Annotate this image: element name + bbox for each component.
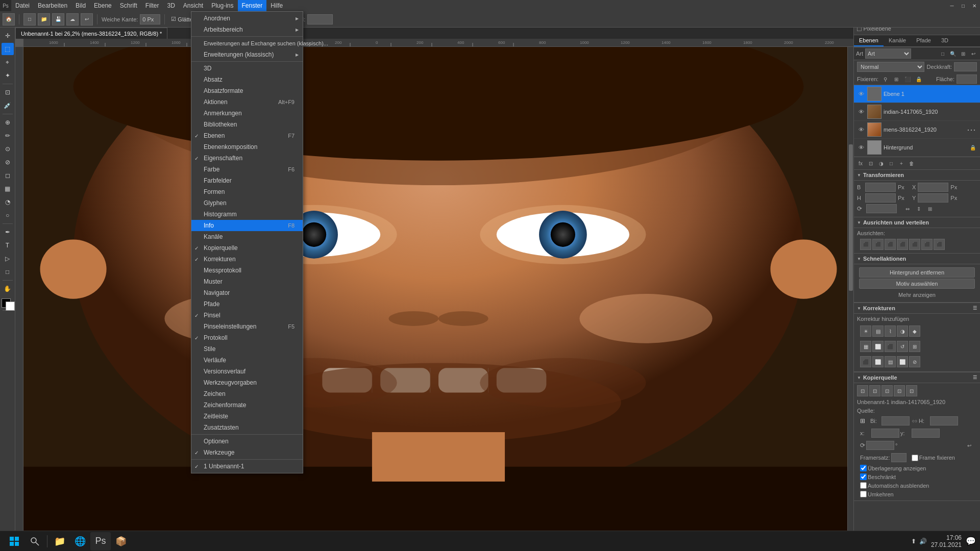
menu-datei[interactable]: Datei: [11, 0, 34, 11]
lock-transparent-icon[interactable]: ⚲: [880, 74, 890, 84]
taskbar-start[interactable]: [4, 532, 24, 550]
corr-posterize-icon[interactable]: ⬛: [860, 356, 871, 367]
kopier-reset-icon[interactable]: ↩: [965, 441, 974, 450]
lock-all-icon[interactable]: 🔒: [914, 74, 923, 84]
menu-arbeitsbereich[interactable]: Arbeitsbereich: [191, 24, 303, 35]
menu-glyphen[interactable]: Glyphen: [191, 197, 303, 209]
kopier-frame-input[interactable]: 0: [891, 453, 906, 462]
layer-item-mens[interactable]: 👁 mens-3816224_1920 ⋯: [854, 121, 980, 139]
menu-fenster[interactable]: Fenster: [238, 0, 267, 11]
menu-histogramm[interactable]: Histogramm: [191, 209, 303, 220]
menu-eigenschaften[interactable]: ✓ Eigenschaften: [191, 153, 303, 164]
transformieren-header[interactable]: ▼ Transformieren: [854, 170, 980, 181]
menu-anordnen[interactable]: Anordnen: [191, 13, 303, 24]
menu-ebene[interactable]: Ebene: [90, 0, 116, 11]
tool-dodge[interactable]: ○: [2, 209, 14, 221]
menu-zeichen[interactable]: Zeichen: [191, 388, 303, 399]
menu-werkzeugvorgaben[interactable]: Werkzeugvorgaben: [191, 377, 303, 388]
menu-zusatztasten[interactable]: Zusatztasten: [191, 422, 303, 433]
tool-shape[interactable]: □: [2, 266, 14, 278]
menu-versionsverlauf[interactable]: Versionsverlauf: [191, 366, 303, 377]
align-bottom-btn[interactable]: ⬛: [921, 239, 933, 250]
menu-ansicht[interactable]: Ansicht: [179, 0, 207, 11]
menu-unbenannt1[interactable]: ✓ 1 Unbenannt-1: [191, 461, 303, 472]
corr-exposure-icon[interactable]: ◑: [897, 325, 908, 337]
transform-extra-icon[interactable]: ⊞: [925, 204, 935, 213]
hintergrund-entfernen-btn[interactable]: Hintergrund entfernen: [859, 267, 975, 278]
taskbar-search[interactable]: [24, 532, 45, 550]
kopier-umkehren-checkbox[interactable]: [860, 491, 867, 497]
menu-bearbeiten[interactable]: Bearbeiten: [34, 0, 71, 11]
corr-gradient-map-icon[interactable]: ▤: [885, 356, 896, 367]
menu-3d[interactable]: 3D: [191, 63, 303, 74]
tool-marquee[interactable]: ⬚: [2, 43, 14, 55]
window-minimize-btn[interactable]: ─: [946, 0, 958, 11]
corr-hsl-icon[interactable]: ▦: [860, 341, 871, 352]
home-btn[interactable]: 🏠: [3, 13, 15, 26]
tool-eraser[interactable]: ◻: [2, 169, 14, 182]
tool-clone[interactable]: ⊙: [2, 143, 14, 155]
tool-move[interactable]: ✛: [2, 30, 14, 42]
corr-curves-icon[interactable]: ⌇: [885, 325, 896, 337]
corr-colorbalance-icon[interactable]: ⬜: [872, 341, 884, 352]
align-center-h-btn[interactable]: ⬛: [872, 239, 884, 250]
layer-adjustment-icon[interactable]: ◑: [876, 159, 886, 168]
corr-invert-icon[interactable]: ⊞: [909, 341, 920, 352]
menu-aktionen[interactable]: Aktionen Alt+F9: [191, 96, 303, 108]
tool-crop[interactable]: ⊡: [2, 86, 14, 98]
save-cloud-btn[interactable]: ☁: [66, 13, 79, 26]
korrekturen-collapse-icon[interactable]: ☰: [973, 306, 977, 311]
kopier-y-input[interactable]: 2954 Px: [912, 429, 940, 438]
layers-tab-pfade[interactable]: Pfade: [911, 35, 936, 46]
layer-delete-icon[interactable]: 🗑: [907, 159, 916, 168]
layer-style-icon[interactable]: fx: [856, 159, 865, 168]
layer-visibility-mens[interactable]: 👁: [857, 126, 865, 134]
tool-hand[interactable]: ✋: [2, 283, 14, 295]
menu-absatz[interactable]: Absatz: [191, 74, 303, 85]
flip-h-icon[interactable]: ⇔: [903, 204, 912, 213]
height-input[interactable]: [307, 14, 333, 24]
menu-hilfe[interactable]: Hilfe: [266, 0, 287, 11]
menu-farbe[interactable]: Farbe F6: [191, 164, 303, 175]
layer-item-ebene1[interactable]: 👁 Ebene 1: [854, 85, 980, 103]
layer-search-icon[interactable]: 🔍: [948, 49, 958, 58]
kopier-h-input[interactable]: 100,0%: [930, 416, 958, 425]
flip-v-icon[interactable]: ⇕: [914, 204, 923, 213]
tool-eyedropper[interactable]: 💉: [2, 99, 14, 112]
undo-btn[interactable]: ↩: [81, 13, 93, 26]
kopier-x-input[interactable]: 2260 Px: [871, 429, 899, 438]
layer-visibility-indian[interactable]: 👁: [857, 108, 865, 116]
align-right-btn[interactable]: ⬛: [885, 239, 896, 250]
taskbar-browser[interactable]: 🌐: [70, 532, 90, 550]
menu-pinseleinstellungen[interactable]: Pinseleinstellungen F5: [191, 321, 303, 332]
align-left-btn[interactable]: ⬛: [860, 239, 871, 250]
kopier-icon-2[interactable]: ⊡: [869, 385, 880, 396]
layer-item-indian[interactable]: 👁 indian-1417065_1920: [854, 103, 980, 121]
blend-mode-select[interactable]: Normal: [857, 62, 924, 72]
kopier-angle-input[interactable]: 0,0: [866, 441, 894, 450]
notification-icon[interactable]: 💬: [966, 536, 976, 546]
corr-levels-icon[interactable]: ▤: [872, 325, 884, 337]
kopier-overlay-checkbox[interactable]: [860, 465, 867, 471]
corr-extra-icon[interactable]: ⊘: [909, 356, 920, 367]
corr-vibrance-icon[interactable]: ◆: [909, 325, 920, 337]
corr-photo-filter-icon[interactable]: ⬛: [885, 341, 896, 352]
menu-anmerkungen[interactable]: Anmerkungen: [191, 108, 303, 119]
menu-zeitleiste[interactable]: Zeitleiste: [191, 411, 303, 422]
kopierquelle-collapse-icon[interactable]: ☰: [973, 375, 977, 380]
align-top-btn[interactable]: ⬛: [897, 239, 908, 250]
width-value-input[interactable]: 669 Px: [865, 183, 896, 192]
menu-korrekturen[interactable]: ✓ Korrekturen: [191, 254, 303, 265]
kopier-icon-3[interactable]: ⊡: [881, 385, 893, 396]
layer-new-group-icon[interactable]: □: [938, 49, 947, 58]
layer-visibility-hintergrund[interactable]: 👁: [857, 143, 865, 152]
menu-protokoll[interactable]: ✓ Protokoll: [191, 332, 303, 343]
filter-select[interactable]: Art: [865, 48, 911, 59]
vertical-scrollbar[interactable]: [847, 47, 853, 535]
kopier-icon-4[interactable]: ⊡: [894, 385, 905, 396]
layer-options-mens[interactable]: ⋯: [967, 124, 976, 135]
layers-tab-ebenen[interactable]: Ebenen: [854, 35, 884, 46]
menu-verlaeufe[interactable]: Verläufe: [191, 355, 303, 366]
align-center-v-btn[interactable]: ⬛: [909, 239, 920, 250]
kopier-icon-1[interactable]: ⊡: [857, 385, 868, 396]
